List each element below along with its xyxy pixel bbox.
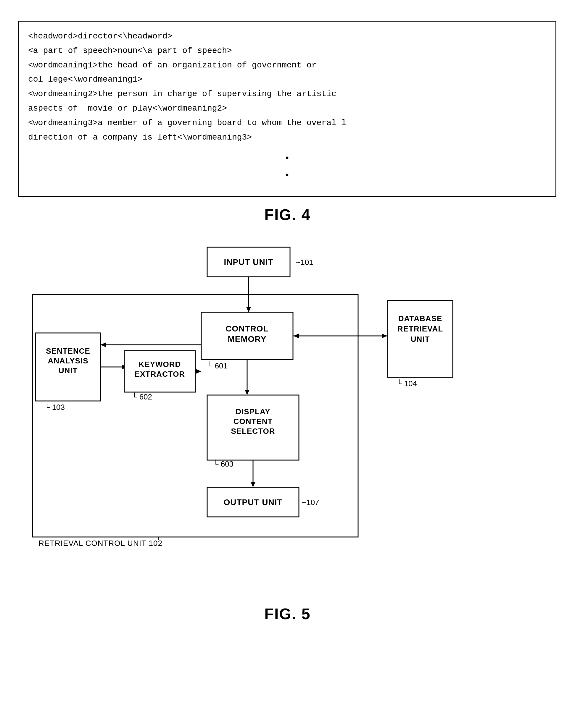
- svg-marker-5: [246, 307, 251, 312]
- svg-text:RETRIEVAL: RETRIEVAL: [398, 324, 443, 333]
- svg-text:└ 104: └ 104: [397, 379, 417, 388]
- line1: <headword>director<\headword>: [28, 30, 546, 43]
- svg-text:└ 602: └ 602: [132, 392, 152, 401]
- line3: <wordmeaning1>the head of an organizatio…: [28, 59, 546, 72]
- svg-text:OUTPUT UNIT: OUTPUT UNIT: [224, 498, 282, 507]
- fig4-section: <headword>director<\headword> <a part of…: [18, 21, 557, 197]
- svg-text:INPUT UNIT: INPUT UNIT: [224, 258, 273, 267]
- svg-text:└ 103: └ 103: [44, 403, 65, 412]
- svg-text:SENTENCE: SENTENCE: [46, 347, 90, 356]
- svg-text:ANALYSIS: ANALYSIS: [48, 356, 88, 365]
- diagram-arrows: INPUT UNIT ~101 CONTROL MEMORY └ 601 DAT…: [18, 241, 556, 596]
- line4b: aspects of movie or play<\wordmeaning2>: [28, 102, 546, 115]
- fig5-label: FIG. 5: [18, 605, 557, 623]
- line5b: direction of a company is left<\wordmean…: [28, 131, 546, 144]
- svg-text:└ 601: └ 601: [207, 361, 228, 370]
- svg-text:EXTRACTOR: EXTRACTOR: [135, 370, 185, 378]
- svg-text:~101: ~101: [296, 258, 313, 267]
- fig4-label: FIG. 4: [18, 206, 557, 223]
- svg-marker-26: [101, 342, 106, 347]
- svg-marker-41: [251, 482, 256, 487]
- line5: <wordmeaning3>a member of a governing bo…: [28, 116, 546, 130]
- svg-text:UNIT: UNIT: [59, 366, 78, 375]
- fig5-diagram: INPUT UNIT ~101 CONTROL MEMORY └ 601 DAT…: [18, 241, 556, 596]
- svg-text:CONTROL: CONTROL: [226, 324, 268, 333]
- svg-text:KEYWORD: KEYWORD: [139, 360, 181, 369]
- line3b: col lege<\wordmeaning1>: [28, 73, 546, 86]
- svg-marker-17: [294, 333, 299, 338]
- svg-text:~107: ~107: [302, 498, 319, 507]
- svg-marker-32: [196, 369, 201, 374]
- svg-text:CONTENT: CONTENT: [234, 417, 273, 426]
- svg-text:DATABASE: DATABASE: [398, 314, 442, 323]
- svg-text:UNIT: UNIT: [411, 335, 430, 343]
- svg-marker-34: [245, 390, 249, 395]
- svg-text:SELECTOR: SELECTOR: [231, 427, 275, 436]
- svg-marker-16: [382, 333, 387, 338]
- line4: <wordmeaning2>the person in charge of su…: [28, 87, 546, 101]
- svg-text:DISPLAY: DISPLAY: [236, 407, 270, 416]
- svg-text:MEMORY: MEMORY: [228, 334, 267, 343]
- svg-text:RETRIEVAL CONTROL UNIT 102: RETRIEVAL CONTROL UNIT 102: [38, 539, 163, 548]
- line2: <a part of speech>noun<\a part of speech…: [28, 44, 546, 58]
- continuation-dots: ••: [28, 150, 546, 184]
- svg-text:└ 603: └ 603: [213, 460, 234, 468]
- dictionary-box: <headword>director<\headword> <a part of…: [18, 21, 556, 197]
